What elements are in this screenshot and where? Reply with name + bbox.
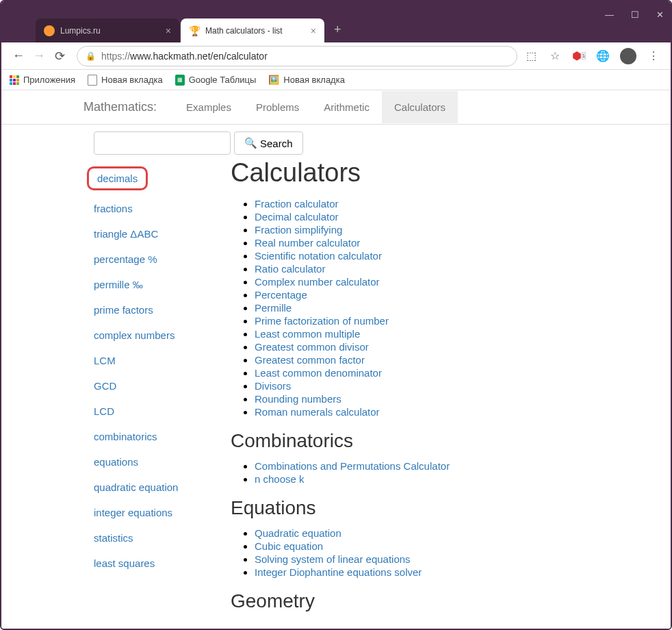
content-link[interactable]: Permille [255,302,292,314]
content-link[interactable]: Fraction calculator [255,198,339,210]
sidebar-link[interactable]: combinatorics [83,424,217,449]
sidebar-link[interactable]: equations [83,449,217,475]
search-button[interactable]: 🔍 Search [234,131,303,155]
bookmarks-bar: Приложения Новая вкладка ▦ Google Таблиц… [1,70,671,90]
star-icon[interactable]: ☆ [548,49,562,63]
content-link[interactable]: Scientific notation calculator [255,250,382,262]
sidebar-link[interactable]: LCD [83,399,217,424]
sidebar-link[interactable]: permille ‰ [83,272,217,297]
maximize-button[interactable]: ☐ [631,10,639,20]
list-item: Least common denominator [255,367,671,379]
close-icon[interactable]: × [311,25,316,36]
bookmark-item[interactable]: 🖼️ Новая вкладка [268,75,345,85]
menu-icon[interactable]: ⋮ [647,49,660,63]
section-heading: Geometry [231,590,671,612]
close-icon[interactable]: × [166,25,171,36]
content-link[interactable]: Ratio calculator [255,263,325,275]
content-link[interactable]: Complex number calculator [255,276,380,288]
sidebar-link[interactable]: triangle ΔABC [83,221,217,247]
window-titlebar: Lumpics.ru × 🏆 Math calculators - list ×… [1,1,671,42]
list-item: Divisors [255,380,671,392]
back-button[interactable]: ← [8,49,29,63]
content-link[interactable]: n choose k [255,473,305,485]
list-item: Prime factorization of number [255,315,671,327]
sidebar-link[interactable]: percentage % [83,247,217,272]
reload-button[interactable]: ⟳ [49,49,70,64]
globe-icon[interactable]: 🌐 [596,49,610,63]
content-link[interactable]: Cubic equation [255,540,323,552]
tab-title: Lumpics.ru [60,26,160,36]
content-link[interactable]: Divisors [255,380,291,392]
content-link[interactable]: Real number calculator [255,237,360,249]
list-item: Fraction calculator [255,198,671,210]
sidebar-link[interactable]: quadratic equation [83,475,217,500]
close-button[interactable]: ✕ [656,10,664,20]
bookmark-label: Google Таблицы [189,75,257,85]
sidebar-link[interactable]: integer equations [83,500,217,525]
content-link[interactable]: Roman numerals calculator [255,406,380,418]
apps-grid-icon [10,75,19,85]
bookmark-label: Приложения [23,75,75,85]
apps-shortcut[interactable]: Приложения [10,75,75,85]
search-icon: 🔍 [244,137,257,149]
main-area: decimalsfractionstriangle ΔABCpercentage… [1,162,671,620]
content-link[interactable]: Rounding numbers [255,393,341,405]
search-button-label: Search [260,138,293,149]
content-link[interactable]: Percentage [255,289,307,301]
content-link[interactable]: Solving system of linear equations [255,553,411,565]
content-link[interactable]: Least common multiple [255,328,360,340]
bookmark-item[interactable]: Новая вкладка [88,75,163,86]
list-item: Complex number calculator [255,276,671,288]
content-link[interactable]: Greatest common divisor [255,341,369,353]
nav-problems[interactable]: Problems [244,91,311,123]
link-list: Fraction calculatorDecimal calculatorFra… [231,198,671,418]
content-link[interactable]: Quadratic equation [255,527,341,539]
extension-icon[interactable]: ⬢1 [572,49,586,63]
search-input[interactable] [94,131,231,155]
content-link[interactable]: Combinations and Permutations Calculator [255,460,450,472]
content-link[interactable]: Prime factorization of number [255,315,389,327]
nav-arithmetic[interactable]: Arithmetic [311,91,382,123]
bookmark-item[interactable]: ▦ Google Таблицы [175,75,257,86]
content-link[interactable]: Least common denominator [255,367,382,379]
list-item: Greatest common factor [255,354,671,366]
content-link[interactable]: Fraction simplifying [255,224,342,236]
nav-examples[interactable]: Examples [174,91,244,123]
new-tab-button[interactable]: + [334,23,341,37]
image-icon: 🖼️ [268,75,279,85]
list-item: n choose k [255,473,671,485]
address-bar[interactable]: 🔒 https://www.hackmath.net/en/calculator [77,46,517,66]
section-heading: Calculators [231,158,671,188]
translate-icon[interactable]: ⬚ [524,49,538,63]
content-link[interactable]: Decimal calculator [255,211,339,223]
browser-tab-active[interactable]: 🏆 Math calculators - list × [181,18,324,42]
list-item: Cubic equation [255,540,671,552]
content-link[interactable]: Greatest common factor [255,354,365,366]
minimize-button[interactable]: — [605,10,614,20]
list-item: Fraction simplifying [255,224,671,236]
sidebar-link[interactable]: least squares [83,551,217,576]
browser-tab-inactive[interactable]: Lumpics.ru × [36,18,179,42]
nav-title: Mathematics: [83,100,157,114]
sidebar-link[interactable]: prime factors [83,297,217,323]
bookmark-label: Новая вкладка [283,75,345,85]
list-item: Greatest common divisor [255,341,671,353]
favicon-hackmath: 🏆 [189,25,200,36]
forward-button[interactable]: → [29,49,49,63]
sidebar-link[interactable]: complex numbers [83,323,217,348]
list-item: Permille [255,302,671,314]
list-item: Integer Diophantine equations solver [255,566,671,578]
sidebar-link[interactable]: statistics [83,525,217,551]
page-viewport[interactable]: Mathematics: Examples Problems Arithmeti… [1,90,671,630]
nav-calculators[interactable]: Calculators [382,91,458,123]
sidebar-link[interactable]: fractions [83,196,217,221]
sidebar-link[interactable]: decimals [87,166,148,190]
list-item: Quadratic equation [255,527,671,539]
sidebar-link[interactable]: LCM [83,348,217,373]
profile-avatar[interactable] [620,48,636,64]
list-item: Rounding numbers [255,393,671,405]
tab-strip: Lumpics.ru × 🏆 Math calculators - list ×… [1,1,341,42]
content-link[interactable]: Integer Diophantine equations solver [255,566,422,578]
sidebar-link[interactable]: GCD [83,373,217,399]
browser-toolbar: ← → ⟳ 🔒 https://www.hackmath.net/en/calc… [1,42,671,70]
